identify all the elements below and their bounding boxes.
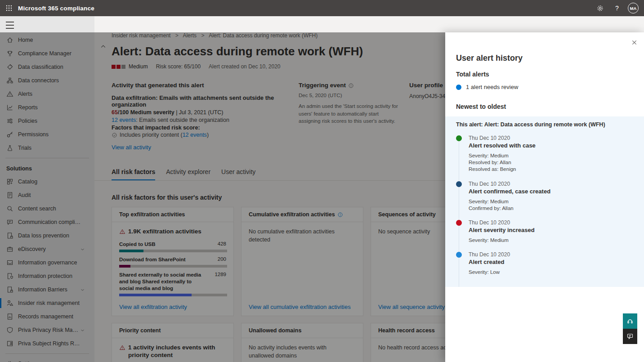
feedback-bubble-icon: [626, 333, 634, 340]
status-dot: [456, 85, 461, 90]
alert-timeline: Thu Dec 10 2020Alert resolved with caseS…: [456, 135, 633, 284]
timeline-item-alert-created: Thu Dec 10 2020Alert createdSeverity: Lo…: [456, 251, 633, 276]
app-launcher-button[interactable]: [0, 0, 18, 16]
timeline-date: Thu Dec 10 2020: [469, 251, 633, 258]
help-widget-button[interactable]: [623, 313, 637, 329]
timeline-date: Thu Dec 10 2020: [469, 135, 633, 141]
app-title: Microsoft 365 compliance: [18, 5, 94, 12]
timeline-details: Severity: MediumConfirmed by: Allan: [469, 198, 633, 212]
timeline-title: Alert confirmed, case created: [469, 188, 633, 195]
timeline-dot: [456, 220, 462, 226]
gear-icon: [596, 4, 604, 12]
account-avatar[interactable]: MA: [628, 3, 639, 13]
timeline-item-alert-resolved-with-case: Thu Dec 10 2020Alert resolved with caseS…: [456, 135, 633, 173]
timeline-title: Alert created: [469, 259, 633, 265]
panel-title: User alert history: [456, 54, 633, 63]
this-alert-section: This alert: Alert: Data access during re…: [445, 116, 644, 287]
user-alert-history-panel: User alert history Total alerts 1 alert …: [445, 32, 644, 362]
timeline-date: Thu Dec 10 2020: [469, 219, 633, 226]
feedback-button[interactable]: [623, 329, 637, 344]
nav-collapse-button[interactable]: [6, 22, 15, 29]
timeline-title: Alert resolved with case: [469, 142, 633, 149]
panel-close-button[interactable]: [631, 38, 638, 46]
timeline-title: Alert severity increased: [469, 227, 633, 233]
timeline-item-alert-severity-increased: Thu Dec 10 2020Alert severity increasedS…: [456, 219, 633, 244]
timeline-dot: [456, 252, 462, 258]
settings-gear-button[interactable]: [594, 2, 606, 14]
sort-order-heading: Newest to oldest: [456, 103, 633, 110]
timeline-dot: [456, 181, 462, 187]
alert-status-row: 1 alert needs review: [456, 84, 633, 90]
waffle-icon: [5, 4, 13, 12]
help-button[interactable]: ?: [611, 2, 623, 14]
timeline-details: Severity: MediumResolved by: AllanResolv…: [469, 152, 633, 173]
close-icon: [631, 39, 638, 46]
status-text: 1 alert needs review: [466, 84, 518, 90]
timeline-dot: [456, 135, 462, 141]
headset-icon: [626, 317, 634, 325]
total-alerts-heading: Total alerts: [456, 71, 633, 78]
timeline-item-alert-confirmed-case-created: Thu Dec 10 2020Alert confirmed, case cre…: [456, 181, 633, 212]
question-icon: ?: [615, 4, 619, 12]
suite-header: Microsoft 365 compliance ? MA: [0, 0, 644, 16]
timeline-details: Severity: Low: [469, 269, 633, 276]
this-alert-label: This alert: Alert: Data access during re…: [456, 121, 633, 128]
timeline-details: Severity: Medium: [469, 237, 633, 244]
timeline-date: Thu Dec 10 2020: [469, 181, 633, 187]
floating-buttons: [623, 313, 637, 344]
